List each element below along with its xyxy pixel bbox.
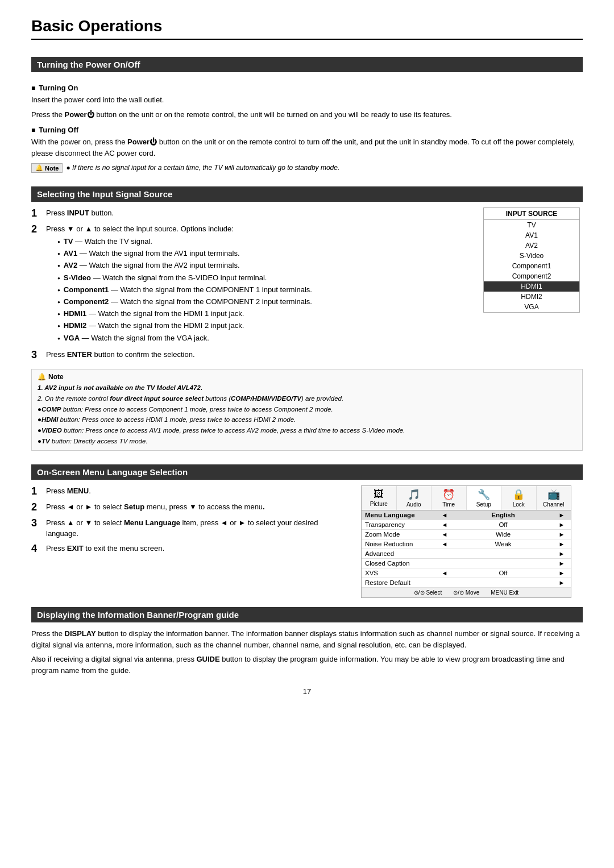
input-signal-left: 1 Press INPUT button. 2 Press ▼ or ▲ to … [31,207,472,364]
bullet-tv: TV — Watch the TV signal. [57,236,312,247]
input-note-title: 🔔 Note [38,373,576,381]
step-num-2: 2 [31,223,42,236]
menu-step-num-1: 1 [31,485,42,498]
input-step-1: 1 Press INPUT button. [31,207,472,220]
menu-row-noise-value: Weak [450,541,556,547]
menu-row-advanced-right: ► [556,550,567,557]
menu-steps: 1 Press MENU. 2 Press ◄ or ► to select S… [31,485,350,555]
menu-row-restore-right: ► [556,579,567,586]
menu-step4-text: Press EXIT to exit the menu screen. [46,543,164,554]
menu-row-noise-label: Noise Reduction [365,541,439,547]
menu-icons-row: 🖼 Picture 🎵 Audio ⏰ Time 🔧 Setup 🔒 [362,486,571,510]
menu-icon-channel-label: Channel [543,501,564,508]
menu-row-caption: Closed Caption ► [362,559,571,568]
menu-row-language-value: English [450,512,556,518]
note-item-tv: ●TV button: Directly access TV mode. [38,437,576,446]
input-step-3: 3 Press ENTER button to confirm the sele… [31,349,472,362]
note-item-2: 2. On the remote control four direct inp… [38,394,576,404]
menu-language-left: 1 Press MENU. 2 Press ◄ or ► to select S… [31,485,350,558]
input-step3-text: Press ENTER button to confirm the select… [46,349,195,360]
menu-step3-text: Press ▲ or ▼ to select Menu Language ite… [46,517,350,539]
input-source-comp1: Component1 [484,261,579,271]
menu-row-zoom-left: ◄ [439,531,450,538]
step-num-1: 1 [31,207,42,220]
setup-icon: 🔧 [478,488,490,501]
input-step2-text: Press ▼ or ▲ to select the input source.… [46,225,234,233]
menu-icon-picture: 🖼 Picture [362,486,397,510]
menu-step-1: 1 Press MENU. [31,485,350,498]
menu-icon-audio: 🎵 Audio [397,486,432,510]
menu-step-num-4: 4 [31,543,42,555]
menu-footer-select: ⊙/⊙ Select [414,589,442,596]
menu-icon-time-label: Time [442,501,455,508]
section-power-header: Turning the Power On/Off [31,57,583,72]
menu-step-2: 2 Press ◄ or ► to select Setup menu, pre… [31,501,350,514]
menu-row-language: Menu Language ◄ English ► [362,510,571,520]
input-steps: 1 Press INPUT button. 2 Press ▼ or ▲ to … [31,207,472,361]
banner-para2: Also if receiving a digital signal via a… [31,654,583,676]
menu-row-transparency-left: ◄ [439,521,450,528]
bullet-hdmi2: HDMI2 — Watch the signal from the HDMI 2… [57,321,312,331]
turning-on-step2: Press the Power⏻ button on the unit or o… [31,109,583,121]
note-item-comp: ●COMP button: Press once to access Compo… [38,405,576,414]
note-icon2: 🔔 [38,373,46,381]
input-source-header: INPUT SOURCE [484,208,579,220]
input-note-box: 🔔 Note 1. AV2 input is not available on … [31,369,583,451]
banner-para1: Press the DISPLAY button to display the … [31,628,583,650]
time-icon: ⏰ [442,488,455,501]
menu-step-num-3: 3 [31,517,42,530]
menu-row-restore: Restore Default ► [362,578,571,588]
menu-footer-move: ⊙/⊙ Move [453,589,479,596]
input-source-tv: TV [484,220,579,230]
input-step-2: 2 Press ▼ or ▲ to select the input sourc… [31,223,472,346]
menu-footer: ⊙/⊙ Select ⊙/⊙ Move MENU Exit [362,588,571,597]
menu-row-noise: Noise Reduction ◄ Weak ► [362,539,571,549]
turning-off-title: Turning Off [31,126,583,134]
menu-icon-lock-label: Lock [513,501,525,508]
bullet-av2: AV2 — Watch the signal from the AV2 inpu… [57,260,312,271]
menu-row-zoom-right: ► [556,531,567,538]
input-step2-content: Press ▼ or ▲ to select the input source.… [46,223,312,346]
bullet-comp2: Component2 — Watch the signal from the C… [57,297,312,307]
menu-row-caption-label: Closed Caption [365,560,439,567]
menu-icon-time: ⏰ Time [432,486,467,510]
turning-on-title: Turning On [31,84,583,92]
menu-screenshot: 🖼 Picture 🎵 Audio ⏰ Time 🔧 Setup 🔒 [361,485,571,598]
lock-icon: 🔒 [512,488,525,501]
power-note-box: 🔔 Note ● If there is no signal input for… [31,163,583,173]
input-signal-right: INPUT SOURCE TV AV1 AV2 S-Video Componen… [483,207,583,313]
menu-row-xvs-label: XVS [365,570,439,576]
input-bullets: TV — Watch the TV signal. AV1 — Watch th… [46,236,312,343]
note-icon: 🔔 [35,164,43,172]
menu-row-xvs: XVS ◄ Off ► [362,568,571,578]
menu-row-language-label: Menu Language [365,512,439,518]
section-banner-header: Displaying the Information Banner/Progra… [31,607,583,622]
menu-step-4: 4 Press EXIT to exit the menu screen. [31,543,350,555]
input-source-vga: VGA [484,302,579,312]
bullet-av1: AV1 — Watch the signal from the AV1 inpu… [57,248,312,259]
page-number: 17 [31,687,583,696]
audio-icon: 🎵 [408,488,420,501]
menu-row-zoom: Zoom Mode ◄ Wide ► [362,530,571,539]
menu-row-language-left: ◄ [439,512,450,518]
power-note-text: ● If there is no signal input for a cert… [66,163,339,173]
bullet-svideo: S-Video — Watch the signal from the S-VI… [57,273,312,283]
input-step1-text: Press INPUT button. [46,207,114,219]
input-source-av2: AV2 [484,240,579,251]
menu-row-noise-right: ► [556,541,567,547]
menu-step-3: 3 Press ▲ or ▼ to select Menu Language i… [31,517,350,539]
menu-icon-lock: 🔒 Lock [501,486,537,510]
input-source-av1: AV1 [484,230,579,240]
input-source-comp2: Component2 [484,271,579,281]
input-source-svideo: S-Video [484,251,579,261]
menu-row-advanced: Advanced ► [362,549,571,559]
picture-icon: 🖼 [374,488,384,500]
menu-row-zoom-label: Zoom Mode [365,531,439,538]
input-source-hdmi1: HDMI1 [484,281,579,292]
menu-icon-setup-label: Setup [476,501,491,508]
menu-row-language-right: ► [556,512,567,518]
note-item-video: ●VIDEO button: Press once to access AV1 … [38,426,576,435]
menu-icon-audio-label: Audio [406,501,421,508]
note-item-hdmi: ●HDMI button: Press once to access HDMI … [38,415,576,425]
input-source-box: INPUT SOURCE TV AV1 AV2 S-Video Componen… [483,207,580,313]
